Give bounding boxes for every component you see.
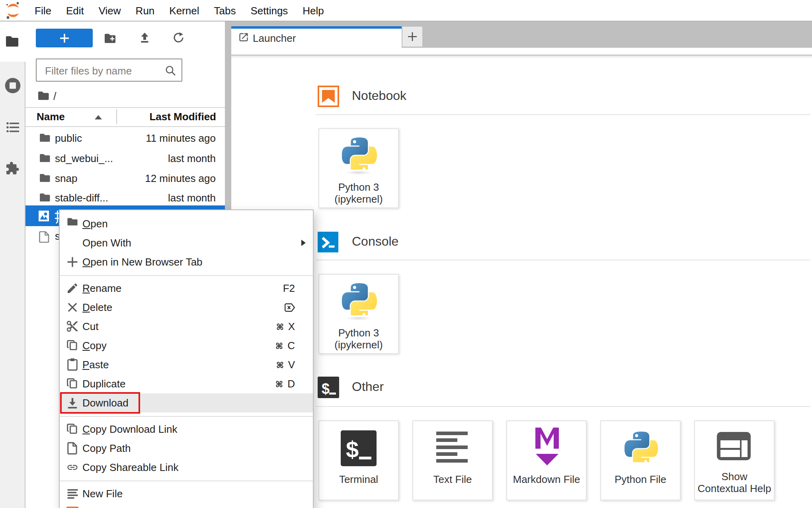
svg-text:$: $ <box>346 436 359 462</box>
svg-text:$: $ <box>322 381 330 397</box>
